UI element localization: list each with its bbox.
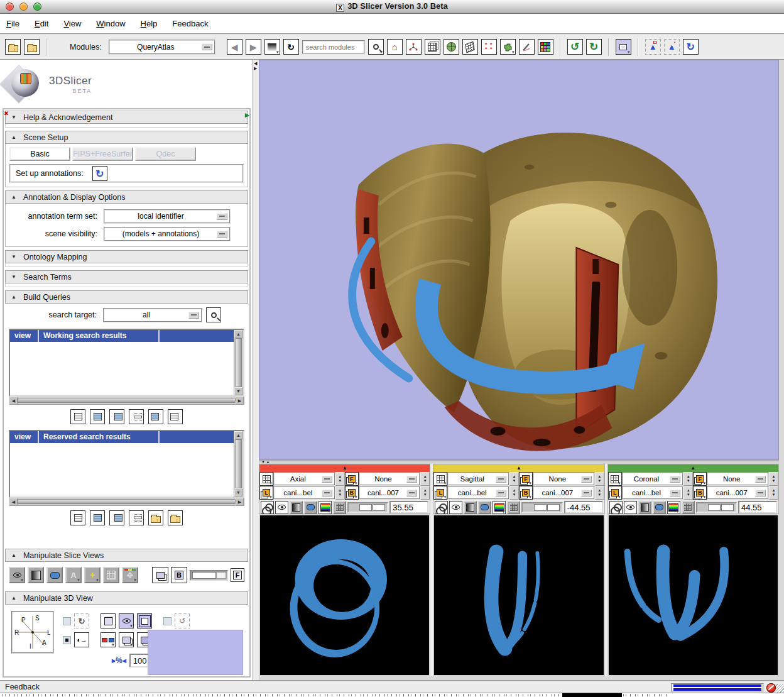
rotate-ccw-button[interactable]: ↺: [175, 613, 190, 628]
background-spinner[interactable]: ▲▼: [595, 486, 604, 500]
label-layer-button[interactable]: L▼: [259, 486, 273, 500]
link-slices-button[interactable]: [609, 501, 623, 514]
module-history-button[interactable]: ▼: [264, 39, 280, 55]
foreground-layer-button[interactable]: F▼: [693, 472, 707, 486]
axial-color-bar[interactable]: ▲: [259, 464, 430, 472]
module-search-button[interactable]: ▼: [368, 39, 384, 55]
slice-opacity-slider[interactable]: [190, 570, 228, 581]
foreground-spinner[interactable]: ▲▼: [420, 472, 430, 486]
annotation-term-set-dropdown[interactable]: local identifier: [104, 209, 231, 224]
center-view-button[interactable]: [137, 613, 152, 628]
section-search-terms[interactable]: ▼ Search Terms: [5, 270, 248, 283]
axial-foreground-dropdown[interactable]: None: [359, 472, 421, 486]
slider-handle[interactable]: [721, 504, 734, 511]
coronal-offset-input[interactable]: [738, 501, 777, 513]
label-opacity-button[interactable]: [638, 501, 651, 514]
background-layer-button[interactable]: B▼: [693, 486, 707, 500]
reserved-vertical-scrollbar[interactable]: ▲▼: [234, 431, 243, 497]
reserved-col-view[interactable]: view: [10, 431, 39, 443]
foreground-layer-button[interactable]: F▼: [345, 472, 359, 486]
reserved-col-results[interactable]: Reserved search results: [39, 431, 160, 443]
view3d-canvas[interactable]: [259, 60, 779, 460]
refresh-views-button[interactable]: ↻: [683, 39, 699, 55]
fiducial-list-button[interactable]: * ** *: [481, 39, 497, 55]
colormap-button[interactable]: ▼: [318, 501, 332, 514]
colors-module-button[interactable]: [538, 39, 553, 55]
measurements-button[interactable]: [519, 39, 535, 55]
axial-background-dropdown[interactable]: cani...007: [359, 486, 421, 500]
label-opacity-button[interactable]: [464, 501, 477, 514]
coronal-label-dropdown[interactable]: cani...bel: [622, 486, 684, 500]
slice-link-plane-button[interactable]: ▼: [259, 472, 273, 486]
select-all-rows-button[interactable]: [90, 510, 105, 525]
rotate-around-checkbox[interactable]: [163, 617, 172, 625]
undo-button[interactable]: ↺: [567, 39, 583, 55]
menu-feedback[interactable]: Feedback: [172, 19, 208, 28]
screenshot-button[interactable]: ▼: [119, 632, 134, 647]
foreground-spinner[interactable]: ▲▼: [595, 472, 604, 486]
background-layer-button[interactable]: B▼: [345, 486, 359, 500]
label-spinner[interactable]: ▲▼: [335, 486, 345, 500]
coronal-orientation-dropdown[interactable]: Coronal: [622, 472, 684, 486]
coronal-slice-view[interactable]: [607, 514, 779, 676]
sagittal-label-dropdown[interactable]: cani...bel: [447, 486, 509, 500]
foreground-layer-button[interactable]: F▼: [519, 472, 533, 486]
flip-slices-button[interactable]: F: [231, 568, 244, 582]
label-layer-button[interactable]: L▼: [433, 486, 447, 500]
slice-visibility-button[interactable]: [275, 501, 288, 514]
working-col-view[interactable]: view: [10, 330, 39, 342]
orientation-spinner[interactable]: ▲▼: [335, 472, 345, 486]
working-vertical-scrollbar[interactable]: ▲▼: [234, 330, 243, 395]
slice-link-plane-button[interactable]: ▼: [433, 472, 447, 486]
slice-model-button[interactable]: [653, 501, 666, 514]
sagittal-color-bar[interactable]: ▲: [433, 464, 604, 472]
navigation-compass[interactable]: P S L R I A: [11, 611, 54, 654]
sagittal-offset-slider[interactable]: [521, 502, 562, 513]
label-layer-button[interactable]: L▼: [608, 486, 622, 500]
section-ontology-mapping[interactable]: ▼ Ontology Mapping: [5, 250, 248, 263]
select-rows-button[interactable]: [70, 409, 85, 424]
delete-selected-rows-button[interactable]: ×: [109, 409, 124, 424]
section-scene-setup[interactable]: ▲ Scene Setup: [5, 131, 248, 144]
orientation-spinner[interactable]: ▲▼: [509, 472, 519, 486]
link-slices-button[interactable]: [261, 501, 274, 514]
slider-handle[interactable]: [216, 572, 226, 579]
volumes-module-button[interactable]: [425, 39, 440, 55]
modules-dropdown[interactable]: QueryAtlas: [109, 40, 215, 55]
save-scene-button[interactable]: ↓: [24, 39, 40, 55]
reserved-results-body[interactable]: [10, 443, 243, 498]
crosshair-button[interactable]: +▼: [84, 567, 101, 583]
slice-model-button[interactable]: [478, 501, 491, 514]
working-col-results[interactable]: Working search results: [39, 330, 160, 342]
resize-grip[interactable]: [776, 684, 784, 693]
fit-slices-button[interactable]: [152, 567, 168, 583]
search-target-dropdown[interactable]: all: [103, 308, 202, 322]
link-slices-button[interactable]: [435, 501, 448, 514]
editor-module-button[interactable]: ▼: [500, 39, 516, 55]
slice-annotation-button[interactable]: A▼: [65, 567, 82, 583]
colormap-button[interactable]: ▼: [667, 501, 680, 514]
grid-button[interactable]: [103, 567, 119, 583]
label-opacity-button[interactable]: [290, 501, 303, 514]
module-reload-button[interactable]: ↻: [283, 39, 299, 55]
menu-view[interactable]: View: [63, 19, 81, 28]
slice-model-button[interactable]: [46, 567, 63, 583]
working-results-body[interactable]: [10, 342, 243, 397]
reserved-horizontal-scrollbar[interactable]: ◀▶: [9, 498, 244, 506]
module-back-button[interactable]: ◀: [227, 39, 242, 55]
slider-handle[interactable]: [192, 572, 216, 579]
section-manipulate-slice-views[interactable]: ▲ Manipulate Slice Views: [5, 549, 248, 562]
panel-splitter[interactable]: ◀▶: [253, 60, 259, 680]
module-search-input[interactable]: [302, 40, 365, 54]
sagittal-background-dropdown[interactable]: cani...007: [533, 486, 595, 500]
run-search-button[interactable]: [206, 307, 221, 322]
menu-window[interactable]: Window: [96, 19, 125, 28]
section-build-queries[interactable]: ▲ Build Queries: [5, 290, 248, 304]
label-grid-button[interactable]: [682, 501, 695, 514]
save-results-button[interactable]: ↓: [168, 510, 183, 525]
slider-handle[interactable]: [534, 504, 547, 511]
tab-basic[interactable]: Basic: [9, 147, 70, 161]
slider-handle[interactable]: [708, 504, 721, 511]
slice-link-plane-button[interactable]: ▼: [608, 472, 622, 486]
coronal-color-bar[interactable]: ▲: [608, 464, 778, 472]
